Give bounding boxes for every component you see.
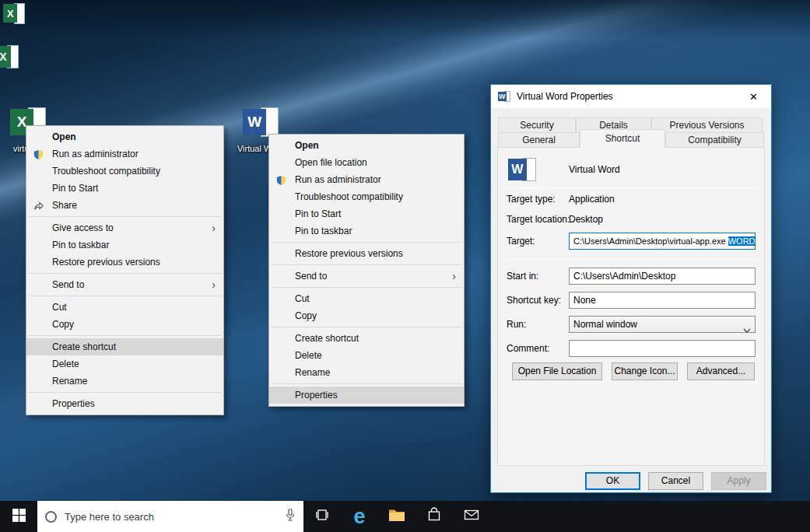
comment-input[interactable] bbox=[569, 340, 756, 357]
menu-item-pin-to-start[interactable]: Pin to Start bbox=[26, 180, 223, 197]
menu-item-cut[interactable]: Cut bbox=[269, 290, 464, 307]
store-button[interactable] bbox=[416, 501, 453, 532]
menu-separator bbox=[271, 287, 462, 288]
dialog-titlebar[interactable]: W Virtual Word Properties ✕ bbox=[491, 85, 771, 108]
comment-label: Comment: bbox=[507, 343, 549, 354]
tab-compatibility[interactable]: Compatibility bbox=[665, 132, 764, 148]
microphone-icon bbox=[285, 508, 296, 525]
menu-separator bbox=[271, 264, 462, 265]
target-label: Target: bbox=[507, 236, 535, 247]
uac-shield-icon bbox=[276, 174, 287, 185]
menu-item-cut[interactable]: Cut bbox=[26, 299, 223, 316]
desktop-icon-partial[interactable]: X bbox=[0, 44, 19, 70]
store-icon bbox=[427, 507, 441, 526]
menu-separator bbox=[271, 242, 462, 243]
start-in-input[interactable] bbox=[569, 268, 756, 285]
menu-item-copy[interactable]: Copy bbox=[26, 316, 223, 333]
uac-shield-icon bbox=[33, 149, 44, 159]
file-explorer-icon bbox=[388, 508, 405, 525]
menu-item-restore-previous-versions[interactable]: Restore previous versions bbox=[269, 245, 464, 262]
context-menu-excel-shortcut: Open Run as administrator Troubleshoot c… bbox=[26, 125, 224, 415]
menu-item-create-shortcut[interactable]: Create shortcut bbox=[26, 338, 223, 355]
mail-icon bbox=[464, 509, 479, 524]
menu-item-create-shortcut[interactable]: Create shortcut bbox=[269, 330, 464, 347]
desktop-icon-partial[interactable]: X bbox=[3, 2, 25, 25]
edge-button[interactable]: e bbox=[341, 501, 378, 532]
menu-item-pin-to-taskbar[interactable]: Pin to taskbar bbox=[269, 222, 464, 240]
cortana-icon bbox=[45, 511, 57, 523]
word-icon: W bbox=[243, 109, 266, 135]
open-file-location-button[interactable]: Open File Location bbox=[512, 362, 602, 380]
shortcut-key-label: Shortcut key: bbox=[507, 295, 561, 306]
close-button[interactable]: ✕ bbox=[736, 86, 771, 108]
menu-item-open-file-location[interactable]: Open file location bbox=[269, 154, 464, 171]
menu-separator bbox=[28, 335, 222, 336]
menu-item-open[interactable]: Open bbox=[269, 137, 464, 154]
taskbar: e bbox=[0, 501, 810, 532]
cancel-button[interactable]: Cancel bbox=[648, 472, 703, 490]
menu-separator bbox=[28, 392, 222, 393]
menu-item-properties[interactable]: Properties bbox=[26, 395, 223, 412]
search-input[interactable] bbox=[65, 511, 277, 523]
dialog-title: Virtual Word Properties bbox=[517, 91, 736, 102]
menu-separator bbox=[28, 296, 222, 296]
tab-previous-versions[interactable]: Previous Versions bbox=[651, 117, 763, 132]
menu-item-delete[interactable]: Delete bbox=[26, 355, 223, 373]
menu-item-troubleshoot-compatibility[interactable]: Troubleshoot compatibility bbox=[269, 188, 464, 205]
tab-general[interactable]: General bbox=[498, 132, 580, 148]
menu-separator bbox=[271, 327, 462, 327]
menu-item-properties[interactable]: Properties bbox=[269, 387, 464, 404]
start-in-label: Start in: bbox=[507, 271, 538, 282]
separator bbox=[507, 259, 757, 260]
advanced-button[interactable]: Advanced... bbox=[687, 362, 755, 380]
run-label: Run: bbox=[507, 319, 526, 330]
menu-item-send-to[interactable]: Send to› bbox=[26, 276, 223, 293]
change-icon-button[interactable]: Change Icon... bbox=[612, 362, 678, 380]
target-type-label: Target type: bbox=[507, 194, 556, 205]
shortcut-key-input[interactable] bbox=[569, 292, 756, 309]
submenu-arrow-icon: › bbox=[212, 276, 216, 293]
share-icon bbox=[33, 200, 44, 211]
menu-item-rename[interactable]: Rename bbox=[26, 373, 223, 390]
target-input[interactable]: C:\Users\Admin\Desktop\virtual-app.exe W… bbox=[569, 233, 756, 250]
file-explorer-button[interactable] bbox=[378, 501, 416, 532]
menu-item-copy[interactable]: Copy bbox=[269, 307, 464, 324]
shortcut-name: Virtual Word bbox=[569, 164, 620, 175]
start-button[interactable] bbox=[0, 501, 37, 532]
target-type-value: Application bbox=[569, 194, 615, 205]
separator bbox=[507, 187, 757, 188]
wallpaper-shade bbox=[0, 0, 810, 39]
menu-item-rename[interactable]: Rename bbox=[269, 364, 464, 381]
task-view-button[interactable] bbox=[303, 501, 341, 532]
apply-button: Apply bbox=[711, 472, 766, 490]
tab-security[interactable]: Security bbox=[498, 117, 576, 132]
tab-shortcut[interactable]: Shortcut bbox=[580, 129, 665, 148]
menu-item-send-to[interactable]: Send to› bbox=[269, 268, 464, 285]
menu-item-pin-to-start[interactable]: Pin to Start bbox=[269, 205, 464, 222]
menu-item-run-as-administrator[interactable]: Run as administrator bbox=[26, 145, 223, 163]
word-icon-large: W bbox=[508, 156, 536, 183]
menu-item-troubleshoot-compatibility[interactable]: Troubleshoot compatibility bbox=[26, 163, 223, 180]
menu-item-pin-to-taskbar[interactable]: Pin to taskbar bbox=[26, 236, 223, 254]
menu-item-open[interactable]: Open bbox=[26, 128, 223, 145]
target-location-value: Desktop bbox=[569, 214, 603, 225]
menu-item-restore-previous-versions[interactable]: Restore previous versions bbox=[26, 254, 223, 271]
run-dropdown-value: Normal window bbox=[573, 319, 637, 330]
taskbar-search-box[interactable] bbox=[37, 501, 303, 532]
ok-button[interactable]: OK bbox=[585, 472, 640, 490]
target-location-label: Target location: bbox=[507, 214, 570, 225]
excel-icon: X bbox=[3, 4, 17, 23]
menu-item-delete[interactable]: Delete bbox=[269, 347, 464, 364]
excel-icon: X bbox=[0, 46, 11, 67]
windows-logo-icon bbox=[12, 509, 26, 525]
menu-separator bbox=[28, 216, 222, 217]
menu-item-give-access-to[interactable]: Give access to› bbox=[26, 219, 223, 236]
menu-item-run-as-administrator[interactable]: Run as administrator bbox=[269, 171, 464, 188]
mail-button[interactable] bbox=[453, 501, 490, 532]
run-dropdown[interactable]: Normal window bbox=[569, 316, 756, 333]
edge-icon: e bbox=[353, 506, 365, 527]
menu-item-share[interactable]: Share bbox=[26, 197, 223, 214]
target-input-text: C:\Users\Admin\Desktop\virtual-app.exe bbox=[573, 236, 728, 246]
target-input-selected-text: WORD bbox=[728, 236, 756, 246]
submenu-arrow-icon: › bbox=[452, 268, 456, 285]
